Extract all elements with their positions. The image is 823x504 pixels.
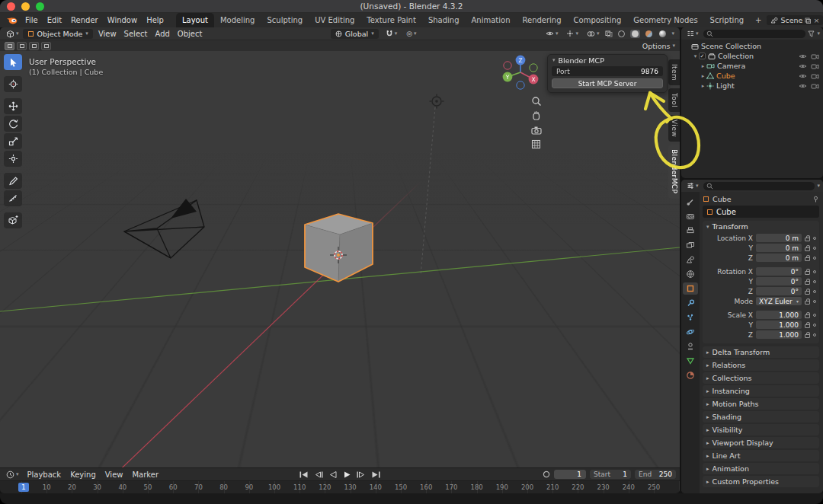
tab-particles[interactable]: [683, 311, 698, 324]
shading-material-button[interactable]: [644, 30, 654, 38]
blender-logo-icon[interactable]: [6, 16, 18, 24]
tab-tool[interactable]: [683, 196, 698, 208]
pan-hand-icon[interactable]: [530, 109, 543, 122]
field-location-x[interactable]: 0 m: [756, 234, 802, 242]
object-types-visibility-button[interactable]: ▾: [543, 30, 561, 37]
shading-rendered-button[interactable]: [658, 30, 668, 38]
animate-decorator[interactable]: [813, 257, 816, 260]
tab-object[interactable]: [683, 282, 698, 295]
field-mode[interactable]: XYZ Euler▾: [756, 297, 802, 305]
disable-in-renders-icon[interactable]: [811, 83, 819, 89]
sidebar-tab-view[interactable]: View: [668, 115, 680, 142]
properties-options-caret[interactable]: ▾: [817, 183, 820, 189]
lock-icon[interactable]: [805, 291, 810, 295]
lock-icon[interactable]: [805, 301, 810, 305]
zoom-tool-icon[interactable]: [530, 94, 543, 107]
timeline-ruler[interactable]: 1020304050607080901001101201301401501601…: [0, 480, 680, 493]
outliner-row-cube[interactable]: ▸Cube: [681, 71, 823, 81]
filter-icon[interactable]: [808, 30, 815, 37]
shading-options-caret[interactable]: ▾: [671, 30, 674, 37]
tab-output[interactable]: [683, 225, 698, 237]
disable-in-renders-icon[interactable]: [811, 63, 819, 69]
tab-view-layer[interactable]: [683, 239, 698, 251]
disable-in-renders-icon[interactable]: [811, 73, 819, 79]
select-mode-extend-button[interactable]: [17, 42, 27, 50]
move-tool[interactable]: [4, 98, 22, 114]
field-z[interactable]: 1.000: [756, 330, 802, 339]
disclosure-icon[interactable]: ▸: [700, 63, 706, 69]
workspace-tab-uv-editing[interactable]: UV Editing: [309, 13, 360, 27]
scale-tool[interactable]: [4, 133, 22, 149]
transform-panel-header[interactable]: ▾ Transform: [703, 221, 819, 232]
lock-icon[interactable]: [805, 334, 810, 338]
lock-icon[interactable]: [805, 314, 810, 318]
cursor-tool[interactable]: [4, 76, 22, 92]
workspace-tab-layout[interactable]: Layout: [176, 13, 214, 27]
measure-tool[interactable]: [4, 190, 22, 206]
select-box-tool[interactable]: [4, 54, 22, 70]
outliner-row-scene-collection[interactable]: Scene Collection: [681, 41, 823, 51]
menu-help[interactable]: Help: [142, 16, 168, 24]
new-scene-icon[interactable]: [805, 18, 811, 24]
field-y[interactable]: 0 m: [756, 244, 802, 252]
tab-world[interactable]: [683, 268, 698, 280]
lock-icon[interactable]: [805, 324, 810, 328]
workspace-tab-sculpting[interactable]: Sculpting: [261, 13, 309, 27]
shading-solid-button[interactable]: [630, 30, 640, 38]
annotate-tool[interactable]: [4, 173, 22, 189]
jump-to-end-button[interactable]: [370, 470, 383, 480]
workspace-tab-rendering[interactable]: Rendering: [516, 13, 567, 27]
unlink-scene-icon[interactable]: ×: [813, 16, 819, 24]
animate-decorator[interactable]: [813, 324, 816, 327]
port-field[interactable]: Port 9876: [552, 66, 663, 76]
add-cube-tool[interactable]: [4, 212, 22, 228]
outliner-options-caret[interactable]: ▾: [817, 30, 820, 37]
viewport-menu-object[interactable]: Object: [174, 30, 207, 38]
viewport-menu-add[interactable]: Add: [151, 30, 173, 38]
lock-icon[interactable]: [805, 257, 810, 261]
panel-custom-properties[interactable]: ▸Custom Properties: [703, 476, 819, 487]
hide-in-viewport-icon[interactable]: [799, 63, 807, 69]
workspace-tab-texture-paint[interactable]: Texture Paint: [360, 13, 422, 27]
viewport-menu-select[interactable]: Select: [120, 30, 152, 38]
field-y[interactable]: 1.000: [756, 321, 802, 329]
tab-physics[interactable]: [683, 326, 698, 338]
animate-decorator[interactable]: [813, 270, 816, 273]
workspace-tab-compositing[interactable]: Compositing: [568, 13, 628, 27]
panel-relations[interactable]: ▸Relations: [703, 359, 819, 371]
select-mode-new-button[interactable]: [5, 42, 14, 50]
editor-type-button[interactable]: ▾: [4, 30, 21, 38]
outliner-search-input[interactable]: [703, 30, 806, 38]
lock-icon[interactable]: [805, 271, 810, 275]
menu-edit[interactable]: Edit: [43, 16, 66, 24]
field-rotation-x[interactable]: 0°: [756, 267, 802, 276]
hide-in-viewport-icon[interactable]: [799, 73, 807, 79]
viewport-menu-view[interactable]: View: [94, 30, 120, 38]
tab-constraints[interactable]: [683, 340, 698, 352]
overlays-button[interactable]: ▾: [584, 30, 602, 37]
animate-decorator[interactable]: [813, 333, 816, 337]
camera-view-icon[interactable]: [530, 123, 543, 136]
field-scale-x[interactable]: 1.000: [756, 311, 802, 319]
workspace-tab-animation[interactable]: Animation: [466, 13, 517, 27]
panel-line-art[interactable]: ▸Line Art: [703, 450, 819, 461]
panel-delta-transform[interactable]: ▸Delta Transform: [703, 346, 819, 358]
xray-toggle[interactable]: [605, 30, 613, 37]
workspace-tab-scripting[interactable]: Scripting: [704, 13, 750, 27]
workspace-tab-shading[interactable]: Shading: [422, 13, 466, 27]
menu-window[interactable]: Window: [103, 16, 142, 24]
sidebar-tab-blendermcp[interactable]: BlenderMCP: [668, 145, 680, 198]
outliner-row-collection[interactable]: ▾✓Collection: [681, 51, 823, 61]
tab-object-data[interactable]: [683, 355, 698, 367]
transform-tool[interactable]: [4, 151, 22, 167]
field-z[interactable]: 0 m: [756, 254, 802, 262]
timeline-menu-marker[interactable]: Marker: [127, 471, 163, 479]
outliner-row-light[interactable]: ▸Light: [681, 81, 823, 91]
frame-start-field[interactable]: Start1: [590, 470, 631, 479]
outliner-row-camera[interactable]: ▸Camera: [681, 61, 823, 71]
panel-shading[interactable]: ▸Shading: [703, 411, 819, 423]
perspective-toggle-icon[interactable]: [530, 138, 543, 151]
field-z[interactable]: 0°: [756, 287, 802, 295]
timeline-editor-type-button[interactable]: ▾: [4, 471, 21, 479]
select-mode-subtract-button[interactable]: [29, 42, 39, 50]
